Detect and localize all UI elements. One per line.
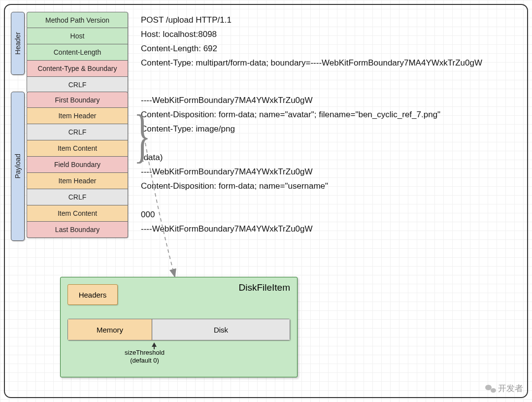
row-crlf-3: CRLF [27,189,128,205]
diskfileitem-disk: Disk [152,319,290,340]
diskfileitem-headers: Headers [67,284,118,305]
http-line-ct1: Content-Type: image/png [141,122,482,136]
payload-stack: First Boundary Item Header CRLF Item Con… [27,92,128,238]
row-content-type-boundary: Content-Type & Boundary [27,61,128,77]
http-line-host: Host: localhost:8098 [141,27,482,41]
diskfileitem-title: DiskFileItem [238,282,290,293]
wechat-icon [485,384,496,393]
http-line-ctype: Content-Type: multipart/form-data; bound… [141,56,482,70]
row-content-length: Content-Length [27,44,128,61]
http-line-method: POST /upload HTTP/1.1 [141,13,482,27]
row-first-boundary: First Boundary [27,92,128,108]
watermark: 开发者 [485,383,523,394]
http-line-clen: Content-Length: 692 [141,41,482,56]
row-host: Host [27,28,128,44]
http-line-b1: ----WebKitFormBoundary7MA4YWxkTrZu0gW [141,93,482,107]
row-crlf-1: CRLF [27,77,128,93]
threshold-label: sizeThreshold (default 0) [125,349,165,364]
row-crlf-2: CRLF [27,124,128,140]
row-item-header-1: Item Header [27,108,128,124]
row-last-boundary: Last Boundary [27,222,128,238]
row-field-boundary: Field Boundary [27,157,128,173]
http-line-cd1: Content-Disposition: form-data; name="av… [141,107,482,122]
row-method-path-version: Method Path Version [27,12,128,28]
row-item-content-1: Item Content [27,140,128,157]
row-item-header-2: Item Header [27,173,128,189]
diskfileitem-box: DiskFileItem Headers Memory Disk sizeThr… [60,277,298,377]
row-item-content-2: Item Content [27,205,128,222]
arrow-to-diskfileitem [133,143,192,286]
header-label: Header [11,12,25,75]
diskfileitem-memory: Memory [68,319,152,340]
header-stack: Method Path Version Host Content-Length … [27,12,128,93]
diskfileitem-bar: Memory Disk [67,319,290,340]
payload-label: Payload [11,92,25,241]
